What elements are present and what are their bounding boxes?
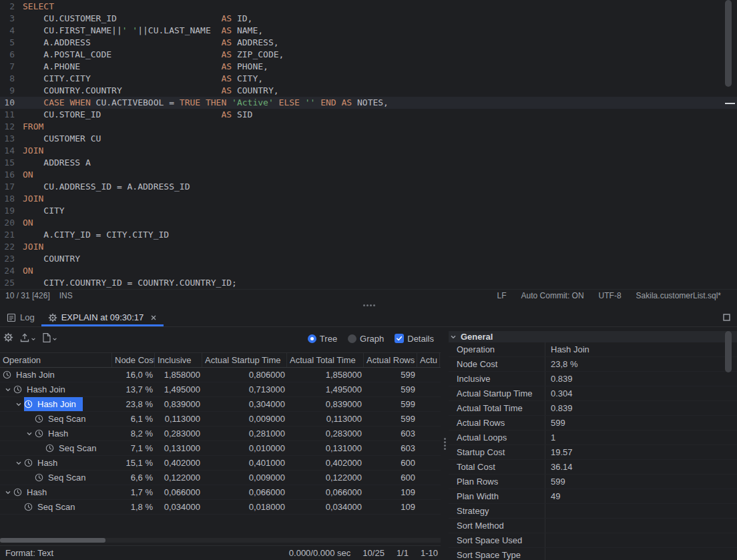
- code-text: SELECT: [23, 1, 54, 13]
- code-line[interactable]: 17 CU.ADDRESS_ID = A.ADDRESS_ID: [0, 181, 737, 193]
- export-button[interactable]: [20, 333, 36, 344]
- property-row[interactable]: Actual Total Time0.839: [449, 401, 737, 416]
- plan-row[interactable]: Seq Scan6,6 %0,1220000,0090000,122000600: [0, 471, 441, 485]
- property-value: 49: [545, 489, 737, 503]
- code-line[interactable]: 4 CU.FIRST_NAME||' '||CU.LAST_NAME AS NA…: [0, 25, 737, 37]
- code-line[interactable]: 12FROM: [0, 121, 737, 133]
- code-line[interactable]: 2SELECT: [0, 1, 737, 13]
- column-header[interactable]: Node Cost: [112, 353, 155, 367]
- property-row[interactable]: Plan Width49: [449, 489, 737, 504]
- code-line[interactable]: 11 CU.STORE_ID AS SID: [0, 109, 737, 121]
- column-header[interactable]: Inclusive: [155, 353, 202, 367]
- property-row[interactable]: Sort Space Used: [449, 533, 737, 548]
- property-row[interactable]: Inclusive0.839: [449, 372, 737, 386]
- code-line[interactable]: 18JOIN: [0, 193, 737, 205]
- chevron-down-icon[interactable]: [13, 460, 24, 467]
- code-line[interactable]: 15 ADDRESS A: [0, 157, 737, 169]
- column-header[interactable]: Actu: [417, 353, 440, 367]
- plan-row[interactable]: Hash Join13,7 %1,4950000,7130001,4950005…: [0, 382, 441, 397]
- properties-scrollbar[interactable]: [725, 331, 732, 372]
- property-row[interactable]: Startup Cost19.57: [449, 445, 737, 460]
- properties-section-header[interactable]: General: [449, 331, 737, 342]
- property-row[interactable]: Actual Rows599: [449, 416, 737, 431]
- plan-row[interactable]: Seq Scan1,8 %0,0340000,0180000,034000109: [0, 500, 441, 515]
- code-line[interactable]: 9 COUNTRY.COUNTRY AS COUNTRY,: [0, 85, 737, 97]
- maximize-panel-icon[interactable]: [723, 308, 730, 326]
- sql-editor[interactable]: 2SELECT3 CU.CUSTOMER_ID AS ID,4 CU.FIRST…: [0, 0, 737, 289]
- tab-log[interactable]: Log: [0, 308, 41, 326]
- auto-commit-status[interactable]: Auto Commit: ON: [521, 291, 584, 300]
- plan-row[interactable]: Hash8,2 %0,2830000,2810000,283000603: [0, 427, 441, 441]
- plan-row[interactable]: Hash Join16,0 %1,8580000,8060001,8580005…: [0, 368, 441, 382]
- graph-view-radio[interactable]: Graph: [348, 334, 384, 344]
- code-text: COUNTRY: [23, 253, 80, 265]
- column-header[interactable]: Operation: [0, 353, 112, 367]
- encoding[interactable]: UTF-8: [599, 291, 622, 300]
- chevron-down-icon[interactable]: [13, 401, 24, 408]
- panel-splitter-vertical[interactable]: [441, 327, 449, 560]
- details-checkbox[interactable]: Details: [395, 334, 434, 344]
- property-row[interactable]: Sort Space Type: [449, 548, 737, 560]
- property-row[interactable]: OperationHash Join: [449, 342, 737, 357]
- plan-row[interactable]: Hash15,1 %0,4020000,4010000,402000600: [0, 456, 441, 471]
- code-line[interactable]: 8 CITY.CITY AS CITY,: [0, 73, 737, 85]
- properties-scrollbar-thumb[interactable]: [725, 331, 732, 372]
- chevron-down-icon[interactable]: [24, 431, 35, 437]
- code-text: CITY: [23, 205, 65, 217]
- property-row[interactable]: Node Cost23,8 %: [449, 357, 737, 372]
- code-line[interactable]: 16ON: [0, 169, 737, 181]
- line-ending[interactable]: LF: [497, 291, 507, 300]
- property-row[interactable]: Actual Startup Time0.304: [449, 386, 737, 401]
- panel-splitter-horizontal[interactable]: [0, 302, 737, 308]
- plan-operation-cell: Seq Scan: [0, 471, 112, 485]
- code-line[interactable]: 19 CITY: [0, 205, 737, 217]
- code-line[interactable]: 3 CU.CUSTOMER_ID AS ID,: [0, 13, 737, 25]
- code-line[interactable]: 6 A.POSTAL_CODE AS ZIP_CODE,: [0, 49, 737, 61]
- column-header[interactable]: Actual Rows: [364, 353, 417, 367]
- plan-cell: 1,495000: [155, 384, 202, 394]
- plan-hscrollbar[interactable]: [0, 538, 441, 543]
- code-line[interactable]: 22JOIN: [0, 241, 737, 253]
- plan-toolbar: Tree Graph Details: [0, 327, 441, 350]
- property-row[interactable]: Sort Method: [449, 519, 737, 533]
- plan-row[interactable]: Seq Scan6,1 %0,1130000,0090000,113000599: [0, 412, 441, 427]
- plan-cell: 600: [364, 458, 417, 468]
- tree-view-radio[interactable]: Tree: [308, 334, 337, 344]
- code-line[interactable]: 20ON: [0, 217, 737, 229]
- code-text: A.PHONE AS PHONE,: [23, 61, 268, 73]
- plan-row[interactable]: Seq Scan7,1 %0,1310000,0100000,131000603: [0, 441, 441, 456]
- plan-row[interactable]: Hash Join23,8 %0,8390000,3040000,8390005…: [0, 397, 441, 412]
- property-value: 599: [545, 416, 737, 430]
- code-line[interactable]: 25 CITY.COUNTRY_ID = COUNTRY.COUNTRY_ID;: [0, 277, 737, 289]
- code-line[interactable]: 7 A.PHONE AS PHONE,: [0, 61, 737, 73]
- column-header[interactable]: Actual Startup Time: [202, 353, 287, 367]
- close-icon[interactable]: [150, 314, 157, 321]
- code-line[interactable]: 13 CUSTOMER CU: [0, 133, 737, 145]
- tree-view-label: Tree: [320, 334, 337, 344]
- editor-scrollbar-thumb[interactable]: [725, 0, 732, 87]
- settings-button[interactable]: [3, 332, 13, 344]
- code-line[interactable]: 10 CASE WHEN CU.ACTIVEBOOL = TRUE THEN '…: [0, 97, 737, 109]
- plan-cell: 0,122000: [287, 473, 364, 483]
- property-row[interactable]: Plan Rows599: [449, 475, 737, 489]
- save-plan-button[interactable]: [43, 333, 57, 344]
- code-line[interactable]: 24ON: [0, 265, 737, 277]
- chevron-down-icon[interactable]: [3, 386, 13, 393]
- property-row[interactable]: Actual Loops1: [449, 431, 737, 445]
- plan-row[interactable]: Hash1,7 %0,0660000,0660000,066000109: [0, 485, 441, 500]
- code-line[interactable]: 14JOIN: [0, 145, 737, 157]
- code-line[interactable]: 23 COUNTRY: [0, 253, 737, 265]
- tab-explain[interactable]: EXPLAIN at 09:30:17: [41, 308, 164, 326]
- editor-scrollbar[interactable]: [725, 0, 732, 289]
- column-header[interactable]: Actual Total Time: [287, 353, 364, 367]
- property-row[interactable]: Strategy: [449, 504, 737, 519]
- property-label: Sort Space Used: [449, 535, 545, 545]
- plan-hscrollbar-thumb[interactable]: [0, 538, 105, 543]
- chevron-down-icon[interactable]: [3, 489, 13, 496]
- property-row[interactable]: Total Cost36.14: [449, 460, 737, 475]
- code-line[interactable]: 5 A.ADDRESS AS ADDRESS,: [0, 37, 737, 49]
- property-label: Actual Total Time: [449, 403, 545, 413]
- insert-mode[interactable]: INS: [59, 291, 73, 300]
- code-line[interactable]: 21 A.CITY_ID = CITY.CITY_ID: [0, 229, 737, 241]
- plan-operation: Hash Join: [3, 368, 61, 382]
